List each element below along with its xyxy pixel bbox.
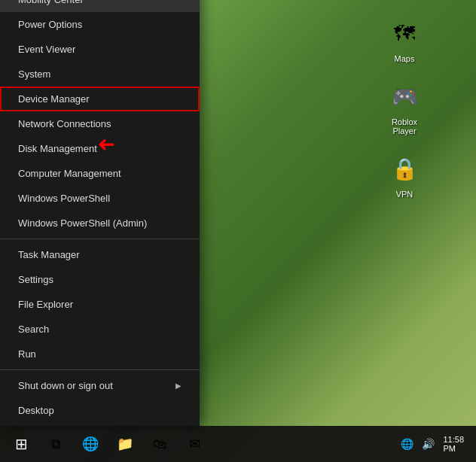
taskbar: ⊞ ⧉ 🌐 📁 🛍 ✉ 🌐 🔊 11:58PM (0, 426, 476, 462)
roblox-icon[interactable]: 🎮 Roblox Player (378, 78, 431, 135)
taskbar-edge[interactable]: 🌐 (74, 427, 107, 460)
menu-item-device-manager[interactable]: Device Manager (0, 87, 200, 111)
menu-item-run[interactable]: Run (0, 342, 200, 366)
menu-item-computer-management[interactable]: Computer Management (0, 161, 200, 186)
menu-item-powershell[interactable]: Windows PowerShell (0, 186, 200, 211)
menu-item-desktop[interactable]: Desktop (0, 398, 200, 423)
systray: 🌐 🔊 11:58PM (398, 435, 473, 453)
maps-icon-label: Maps (395, 54, 415, 63)
maps-icon-img: 🗺 (386, 15, 423, 51)
menu-item-shutdown[interactable]: Shut down or sign out ▶ (0, 373, 200, 398)
menu-item-event-viewer[interactable]: Event Viewer (0, 37, 200, 62)
menu-item-power-options[interactable]: Power Options (0, 12, 200, 37)
vpn-icon-label: VPN (396, 190, 413, 199)
menu-item-system[interactable]: System (0, 62, 200, 87)
menu-item-mobility-center[interactable]: Mobility Center (0, 0, 200, 12)
taskbar-explorer[interactable]: 📁 (108, 427, 142, 460)
taskbar-store[interactable]: 🛍 (143, 427, 176, 460)
vpn-icon[interactable]: 🔒 VPN (378, 150, 431, 199)
menu-divider-2 (0, 369, 200, 370)
context-menu: Apps and Features Mobility Center Power … (0, 0, 200, 426)
desktop-icons-area: 🗺 Maps 🎮 Roblox Player 🔒 VPN (378, 15, 431, 199)
menu-item-network-connections[interactable]: Network Connections (0, 111, 200, 136)
taskbar-items: ⧉ 🌐 📁 🛍 ✉ (39, 427, 398, 460)
roblox-icon-label: Roblox Player (392, 117, 417, 135)
submenu-arrow-icon: ▶ (175, 381, 182, 390)
taskbar-mail[interactable]: ✉ (178, 427, 211, 460)
menu-item-powershell-admin[interactable]: Windows PowerShell (Admin) (0, 211, 200, 236)
roblox-icon-img: 🎮 (386, 78, 423, 114)
menu-divider-1 (0, 239, 200, 239)
clock[interactable]: 11:58PM (440, 435, 467, 453)
menu-item-file-explorer[interactable]: File Explorer (0, 292, 200, 317)
vpn-icon-img: 🔒 (386, 150, 423, 187)
menu-item-settings[interactable]: Settings (0, 267, 200, 292)
volume-icon[interactable]: 🔊 (419, 435, 437, 453)
start-button[interactable]: ⊞ (3, 426, 39, 462)
menu-item-task-manager[interactable]: Task Manager (0, 242, 200, 267)
menu-item-disk-management[interactable]: Disk Management (0, 136, 200, 161)
menu-item-search[interactable]: Search (0, 317, 200, 342)
taskbar-taskview[interactable]: ⧉ (39, 427, 72, 460)
maps-icon[interactable]: 🗺 Maps (378, 15, 431, 63)
clock-time: 11:58PM (443, 435, 464, 453)
network-icon[interactable]: 🌐 (398, 435, 416, 453)
